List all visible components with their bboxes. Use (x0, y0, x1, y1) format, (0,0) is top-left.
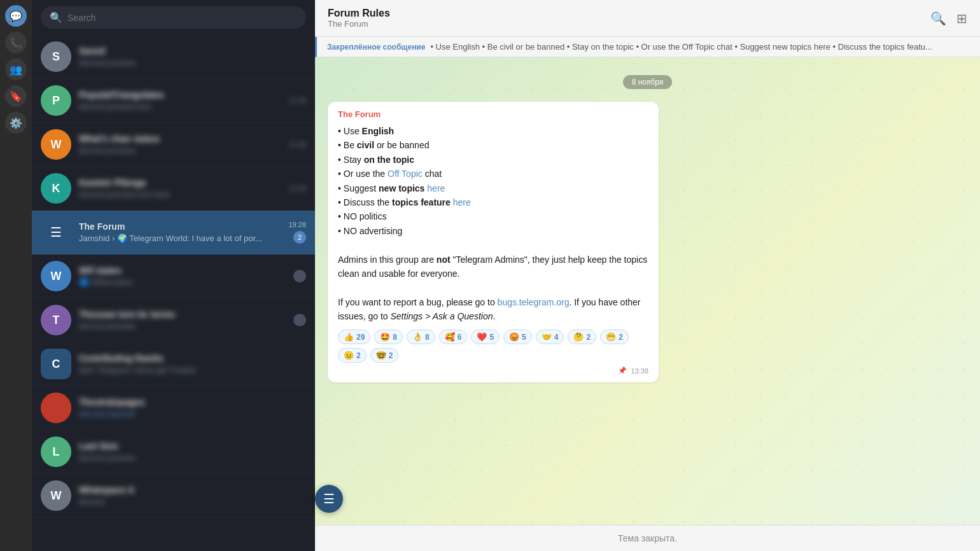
avatar: K (41, 173, 71, 204)
list-item[interactable]: P PopulatTriangulates blurred preview te… (32, 79, 315, 123)
search-box[interactable]: 🔍 (41, 6, 306, 29)
chat-name: Saved (79, 46, 298, 56)
messages-area: 8 ноября The Forum • Use English • Be ci… (315, 57, 980, 525)
rule-8: • NO advertising (338, 224, 648, 238)
sidebar-messages-icon[interactable]: 💬 (5, 5, 27, 27)
reaction-grin[interactable]: 😁 2 (600, 330, 629, 344)
chat-time: 11:40 (288, 185, 306, 192)
message-time: 13:38 (631, 367, 648, 375)
chat-preview: 🔵 Wtfonration (79, 277, 286, 287)
reaction-smiling[interactable]: 🥰 6 (439, 330, 468, 344)
date-badge: 8 ноября (623, 75, 673, 89)
chat-name: Thousan ture tic terms (79, 309, 286, 319)
search-icon[interactable]: 🔍 (930, 11, 946, 26)
pinned-message-icon: 📌 (618, 366, 627, 375)
search-input[interactable] (67, 13, 297, 23)
chat-header-actions: 🔍 ⊞ (930, 11, 967, 26)
layout-icon[interactable]: ⊞ (956, 11, 967, 26)
off-topic-link[interactable]: Off Topic (388, 169, 423, 179)
chat-info: PopulatTriangulates blurred preview text (79, 90, 281, 111)
chat-time: 11:40 (288, 141, 306, 148)
avatar: C (41, 349, 71, 379)
reaction-thinking[interactable]: 🤔 2 (568, 330, 596, 344)
topic-closed-text: Тема закрыта. (618, 533, 677, 543)
chat-preview: blah Telegram r/dma get Traded (79, 365, 298, 375)
bottom-bar: Тема закрыта. (315, 525, 980, 551)
reaction-neutral[interactable]: 😐 2 (338, 348, 367, 363)
chat-name: Thestralopages (79, 397, 298, 407)
chat-time: 11:48 (288, 97, 306, 104)
list-item[interactable]: K Kasimir Pilenga blurred preview text h… (32, 167, 315, 211)
chat-name: Whatspace it (79, 485, 298, 495)
list-item[interactable]: W What's chan status blurred preview 11:… (32, 123, 315, 167)
list-item[interactable]: C Contributing thanks blah Telegram r/dm… (32, 342, 315, 386)
chat-area: Forum Rules The Forum 🔍 ⊞ Закреплённое с… (315, 0, 980, 551)
sidebar-settings-icon[interactable]: ⚙️ (5, 112, 27, 134)
reaction-ok[interactable]: 👌 8 (407, 330, 435, 344)
rule-1: • Use English (338, 124, 648, 138)
chat-meta: 11:40 (288, 141, 306, 148)
list-item[interactable]: S Saved blurred preview (32, 35, 315, 79)
bugs-link[interactable]: bugs.telegram.org (498, 297, 570, 307)
list-item[interactable]: W Wtf states 🔵 Wtfonration (32, 255, 315, 298)
avatar: W (41, 261, 71, 291)
message-reactions: 👍 29 🤩 8 👌 8 🥰 6 ❤️ 5 😡 5 🤝 4 🤔 2 😁 2 😐 … (338, 330, 648, 363)
chat-list-header: 🔍 (32, 0, 315, 35)
reaction-starstruck[interactable]: 🤩 8 (374, 330, 403, 344)
chat-header: Forum Rules The Forum 🔍 ⊞ (315, 0, 980, 37)
chat-preview: blurred (79, 497, 298, 506)
chat-header-info: Forum Rules The Forum (328, 8, 390, 29)
suggest-topics-link[interactable]: here (427, 183, 445, 193)
topics-feature-link[interactable]: here (453, 197, 471, 207)
list-item[interactable]: T Thousan ture tic terms blurred preview (32, 298, 315, 342)
pinned-message[interactable]: Закреплённое сообщение • Use English • B… (315, 37, 980, 57)
chat-preview: blurred preview (79, 321, 286, 331)
avatar: T (41, 305, 71, 335)
chat-info: Wtf states 🔵 Wtfonration (79, 265, 286, 287)
reaction-angry[interactable]: 😡 5 (503, 330, 532, 344)
sidebar-contacts-icon[interactable]: 👥 (5, 59, 27, 80)
reaction-thumbsup[interactable]: 👍 29 (338, 330, 370, 344)
rule-2: • Be civil or be banned (338, 138, 648, 152)
chat-info: Last item blurred preview (79, 441, 298, 463)
forum-topics-button[interactable]: ☰ (315, 485, 343, 513)
unread-badge: 2 (293, 231, 306, 244)
avatar: L (41, 436, 71, 467)
chat-list: 🔍 S Saved blurred preview P PopulatTrian… (32, 0, 315, 551)
reaction-nerd[interactable]: 🤓 2 (370, 348, 399, 363)
chat-name: The Forum (79, 221, 281, 232)
chat-name: Kasimir Pilenga (79, 178, 281, 188)
message-footer: 📌 13:38 (338, 366, 648, 375)
chat-meta: 11:40 (288, 185, 306, 192)
chat-info: Thestralopages link text blurred (79, 397, 298, 419)
chat-items: S Saved blurred preview P PopulatTriangu… (32, 35, 315, 551)
sidebar-saved-icon[interactable]: 🔖 (5, 85, 27, 107)
rule-6: • Discuss the topics feature here (338, 195, 648, 209)
list-item-the-forum[interactable]: ☰ The Forum Jamshid › 🌍 Telegram World: … (32, 211, 315, 255)
reaction-heart[interactable]: ❤️ 5 (471, 330, 500, 344)
list-item[interactable]: Thestralopages link text blurred (32, 386, 315, 430)
chat-name: Contributing thanks (79, 353, 298, 363)
list-item[interactable]: L Last item blurred preview (32, 430, 315, 474)
chat-meta: 19:28 2 (288, 221, 306, 244)
chat-subtitle: The Forum (328, 19, 390, 29)
reaction-handshake[interactable]: 🤝 4 (536, 330, 564, 344)
chat-info: Saved blurred preview (79, 46, 298, 67)
chat-meta (293, 314, 306, 326)
chat-preview: Jamshid › 🌍 Telegram World: I have a lot… (79, 234, 281, 243)
chat-preview: blurred preview (79, 453, 298, 463)
chat-name: What's chan status (79, 134, 281, 144)
pinned-label: Закреплённое сообщение (327, 43, 425, 52)
chat-info: Kasimir Pilenga blurred preview text her… (79, 178, 281, 199)
list-item[interactable]: W Whatspace it blurred (32, 474, 315, 518)
rule-4: • Or use the Off Topic chat (338, 167, 648, 181)
chat-meta: 11:48 (288, 97, 306, 104)
chat-info: What's chan status blurred preview (79, 134, 281, 155)
avatar: S (41, 41, 71, 72)
chat-title: Forum Rules (328, 8, 390, 19)
chat-preview: blurred preview text here (79, 190, 281, 199)
sidebar-calls-icon[interactable]: 📞 (5, 32, 27, 53)
message-bubble: The Forum • Use English • Be civil or be… (328, 102, 659, 382)
avatar: W (41, 480, 71, 511)
chat-info: Contributing thanks blah Telegram r/dma … (79, 353, 298, 375)
